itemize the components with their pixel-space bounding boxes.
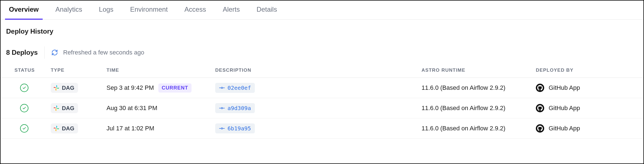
tab-bar: Overview Analytics Logs Environment Acce… [1,1,643,20]
commit-chip[interactable]: 02ee0ef [215,83,255,93]
runtime-text: 11.6.0 (Based on Airflow 2.9.2) [416,118,530,139]
deployed-by-text: GitHub App [549,105,580,112]
tab-environment[interactable]: Environment [130,6,168,19]
svg-point-0 [221,87,223,89]
svg-point-3 [221,108,223,109]
commit-hash: 02ee0ef [227,85,251,91]
col-header-time: TIME [101,65,210,78]
status-success-icon [20,84,28,92]
time-text: Sep 3 at 9:42 PM [106,84,154,91]
runtime-text: 11.6.0 (Based on Airflow 2.9.2) [416,98,530,118]
section-title: Deploy History [1,20,643,38]
table-row[interactable]: DAG Sep 3 at 9:42 PM CURRENT 02ee0ef 11.… [1,78,643,98]
commit-chip[interactable]: 6b19a95 [215,123,255,133]
time-text: Jul 17 at 1:02 PM [106,125,154,132]
col-header-runtime: ASTRO RUNTIME [416,65,530,78]
tab-access[interactable]: Access [185,6,206,19]
col-header-description: DESCRIPTION [210,65,416,78]
git-commit-icon [219,126,225,131]
table-row[interactable]: DAG Aug 30 at 6:31 PM a9d309a 11.6.0 (Ba… [1,98,643,118]
refresh-icon[interactable] [51,49,58,56]
commit-hash: a9d309a [227,105,251,111]
subheader: 8 Deploys Refreshed a few seconds ago [1,38,643,65]
col-header-deployed-by: DEPLOYED BY [530,65,643,78]
deployed-by-text: GitHub App [549,84,580,91]
deploy-count: 8 Deploys [6,49,38,56]
col-header-type: TYPE [45,65,101,78]
tab-logs[interactable]: Logs [99,6,113,19]
time-text: Aug 30 at 6:31 PM [106,105,157,112]
git-commit-icon [219,85,225,91]
status-success-icon [20,104,28,112]
runtime-text: 11.6.0 (Based on Airflow 2.9.2) [416,78,530,98]
git-commit-icon [219,105,225,111]
type-label: DAG [62,105,74,111]
divider [44,46,45,59]
col-header-status: STATUS [1,65,45,78]
table-row[interactable]: DAG Jul 17 at 1:02 PM 6b19a95 11.6.0 (Ba… [1,118,643,139]
status-success-icon [20,124,28,133]
airflow-icon [53,125,60,132]
refresh-status: Refreshed a few seconds ago [51,49,144,56]
svg-point-6 [221,128,223,129]
github-icon [536,124,544,133]
tab-details[interactable]: Details [256,6,277,19]
deployed-by-text: GitHub App [549,125,580,132]
tab-analytics[interactable]: Analytics [55,6,82,19]
type-chip: DAG [51,83,78,93]
github-icon [536,84,544,92]
airflow-icon [53,105,60,111]
refresh-text: Refreshed a few seconds ago [63,49,144,56]
commit-hash: 6b19a95 [227,125,251,132]
current-badge: CURRENT [158,83,192,93]
airflow-icon [53,85,60,91]
tab-overview[interactable]: Overview [9,6,39,19]
type-label: DAG [62,85,74,91]
deploy-table: STATUS TYPE TIME DESCRIPTION ASTRO RUNTI… [1,65,643,139]
type-label: DAG [62,125,74,132]
type-chip: DAG [51,103,78,113]
type-chip: DAG [51,123,78,133]
commit-chip[interactable]: a9d309a [215,103,255,113]
github-icon [536,104,544,112]
tab-alerts[interactable]: Alerts [223,6,240,19]
